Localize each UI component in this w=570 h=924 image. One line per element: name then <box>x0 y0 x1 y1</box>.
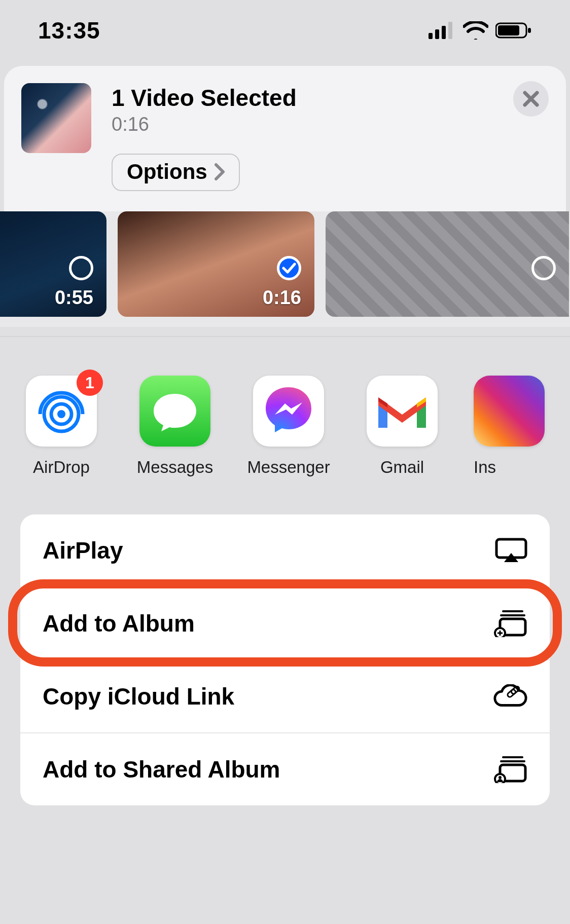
svg-rect-5 <box>498 25 519 35</box>
action-label: AirPlay <box>43 537 123 564</box>
action-copy-icloud-link[interactable]: Copy iCloud Link <box>20 660 550 733</box>
battery-icon <box>495 22 532 39</box>
shared-album-icon <box>493 756 527 783</box>
badge: 1 <box>77 369 103 396</box>
app-label: Messages <box>137 458 213 477</box>
options-button[interactable]: Options <box>112 154 240 191</box>
share-apps-row[interactable]: 1 AirDrop Messages <box>0 337 570 477</box>
svg-point-7 <box>57 410 65 418</box>
actions-list: AirPlay Add to Album Copy iCloud Link <box>20 514 550 805</box>
share-duration: 0:16 <box>112 114 549 135</box>
share-app-messages[interactable]: Messages <box>133 376 217 477</box>
wifi-icon <box>463 21 488 40</box>
svg-rect-0 <box>429 33 433 39</box>
select-circle-icon[interactable] <box>531 256 556 280</box>
airplay-icon <box>493 537 527 564</box>
media-item[interactable] <box>326 211 569 317</box>
media-item[interactable]: 0:55 <box>0 211 106 317</box>
status-time: 13:35 <box>38 17 100 44</box>
media-duration: 0:16 <box>263 287 301 309</box>
action-airplay[interactable]: AirPlay <box>20 514 550 587</box>
select-circle-icon[interactable] <box>69 256 93 280</box>
svg-rect-3 <box>448 22 452 39</box>
share-app-messenger[interactable]: Messenger <box>246 376 331 477</box>
messages-icon <box>139 376 210 447</box>
action-label: Copy iCloud Link <box>43 683 234 710</box>
media-strip[interactable]: 0:55 0:16 <box>0 211 570 327</box>
gmail-icon <box>367 376 438 447</box>
close-icon <box>522 90 540 107</box>
share-app-gmail[interactable]: Gmail <box>360 376 444 477</box>
svg-point-23 <box>498 776 502 779</box>
svg-rect-6 <box>528 28 531 33</box>
action-label: Add to Shared Album <box>43 756 280 783</box>
share-app-instagram[interactable]: Ins <box>474 376 504 477</box>
svg-rect-1 <box>435 29 439 39</box>
add-to-album-icon <box>493 610 527 637</box>
instagram-icon <box>474 376 545 447</box>
app-label: AirDrop <box>33 458 90 477</box>
status-icons <box>429 21 532 40</box>
action-add-to-album[interactable]: Add to Album <box>20 587 550 660</box>
action-label: Add to Album <box>43 610 195 637</box>
app-label: Gmail <box>380 458 424 477</box>
chevron-right-icon <box>215 163 226 180</box>
messenger-icon <box>253 376 324 447</box>
options-label: Options <box>127 160 207 184</box>
media-item[interactable]: 0:16 <box>118 211 314 317</box>
selected-thumbnail <box>21 83 91 153</box>
share-title: 1 Video Selected <box>112 84 549 112</box>
app-label: Ins <box>474 458 496 477</box>
share-header: 1 Video Selected 0:16 Options <box>4 66 566 211</box>
share-app-airdrop[interactable]: 1 AirDrop <box>19 376 103 477</box>
icloud-link-icon <box>493 683 527 710</box>
action-add-to-shared-album[interactable]: Add to Shared Album <box>20 733 550 805</box>
select-check-icon[interactable] <box>277 256 301 280</box>
airdrop-icon: 1 <box>26 376 97 447</box>
app-label: Messenger <box>247 458 330 477</box>
svg-rect-2 <box>442 26 446 39</box>
media-duration: 0:55 <box>55 287 93 309</box>
close-button[interactable] <box>513 81 549 117</box>
cellular-icon <box>429 22 456 39</box>
status-bar: 13:35 <box>0 0 570 66</box>
